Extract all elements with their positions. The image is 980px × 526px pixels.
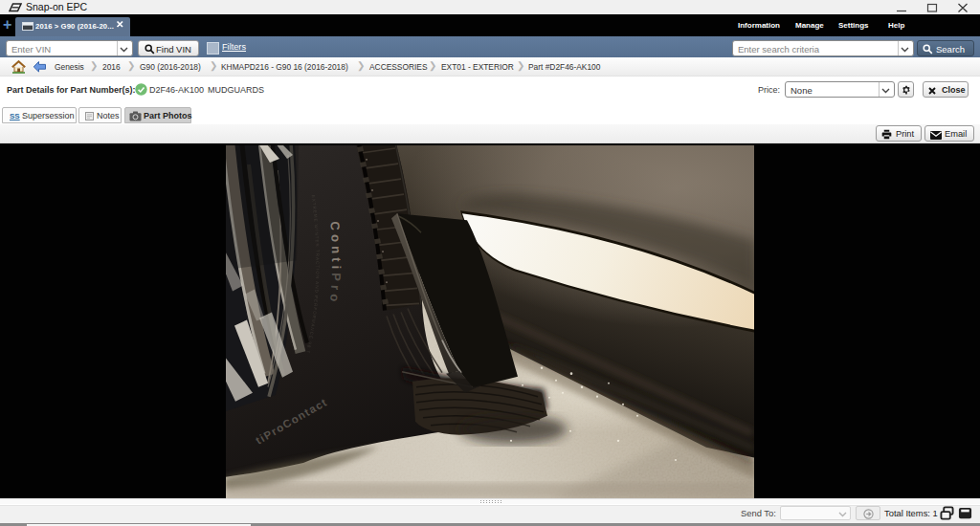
svg-text:ContiPro: ContiPro: [327, 221, 344, 306]
